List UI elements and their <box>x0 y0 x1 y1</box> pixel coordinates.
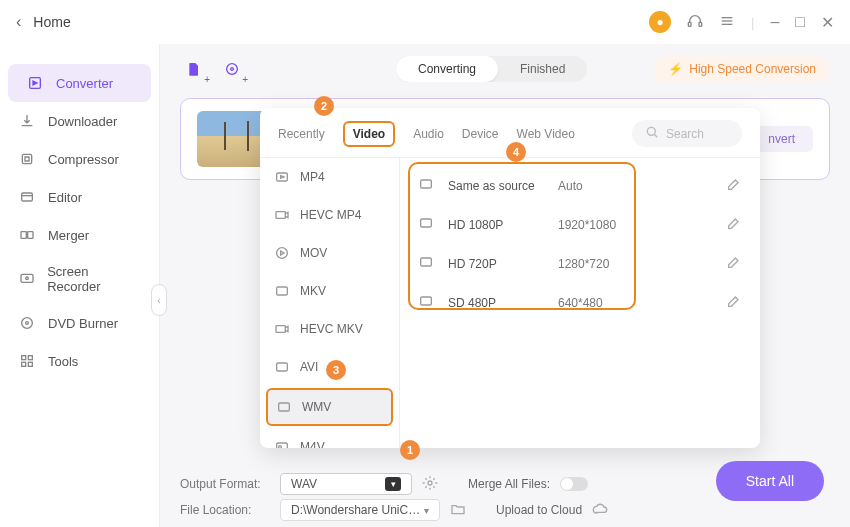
svg-rect-15 <box>28 356 32 360</box>
menu-icon[interactable] <box>719 13 735 32</box>
video-icon <box>274 283 290 299</box>
edit-icon[interactable] <box>726 176 742 195</box>
search-icon <box>644 124 660 143</box>
format-mp4[interactable]: MP4 <box>260 158 399 196</box>
chevron-down-icon: ▾ <box>424 505 429 516</box>
popup-tab-device[interactable]: Device <box>462 127 499 141</box>
marker-2: 2 <box>314 96 334 116</box>
bottom-bar: Output Format: WAV ▾ Merge All Files: Fi… <box>160 463 850 527</box>
edit-icon[interactable] <box>726 293 742 312</box>
tab-finished[interactable]: Finished <box>498 56 587 82</box>
video-icon <box>274 169 290 185</box>
sidebar-item-screen-recorder[interactable]: Screen Recorder <box>0 254 159 304</box>
format-list: MP4 HEVC MP4 MOV MKV HEVC MKV AVI WMV M4… <box>260 158 400 448</box>
format-hevc-mkv[interactable]: HEVC MKV <box>260 310 399 348</box>
sidebar-item-tools[interactable]: Tools <box>0 342 159 380</box>
format-search[interactable]: Search <box>632 120 742 147</box>
merger-icon <box>18 226 36 244</box>
output-format-select[interactable]: WAV ▾ <box>280 473 412 495</box>
high-speed-label: High Speed Conversion <box>689 62 816 76</box>
tools-icon <box>18 352 36 370</box>
file-location-select[interactable]: D:\Wondershare UniConverter 1 ▾ <box>280 499 440 521</box>
dvd-burner-icon <box>18 314 36 332</box>
sidebar-item-converter[interactable]: Converter <box>8 64 151 102</box>
svg-point-11 <box>25 277 28 280</box>
sidebar-item-label: Converter <box>56 76 113 91</box>
sidebar-item-label: Screen Recorder <box>47 264 141 294</box>
sidebar-item-merger[interactable]: Merger <box>0 216 159 254</box>
headset-icon[interactable] <box>687 13 703 32</box>
divider: | <box>751 15 754 30</box>
svg-point-22 <box>647 127 655 135</box>
sidebar-item-label: Downloader <box>48 114 117 129</box>
resolution-720p[interactable]: HD 720P 1280*720 <box>418 244 742 283</box>
sidebar-item-label: Tools <box>48 354 78 369</box>
popup-tab-video[interactable]: Video <box>343 121 395 147</box>
svg-rect-16 <box>22 362 26 366</box>
format-m4v[interactable]: M4V <box>260 428 399 448</box>
compressor-icon <box>18 150 36 168</box>
tab-converting[interactable]: Converting <box>396 56 498 82</box>
popup-tab-audio[interactable]: Audio <box>413 127 444 141</box>
screen-recorder-icon <box>18 270 35 288</box>
format-wmv[interactable]: WMV <box>266 388 393 426</box>
video-icon <box>274 359 290 375</box>
svg-point-36 <box>428 481 432 485</box>
popup-tab-webvideo[interactable]: Web Video <box>517 127 575 141</box>
back-icon[interactable]: ‹ <box>16 13 21 31</box>
resolution-1080p[interactable]: HD 1080P 1920*1080 <box>418 205 742 244</box>
edit-icon[interactable] <box>726 215 742 234</box>
sidebar-item-label: DVD Burner <box>48 316 118 331</box>
add-dvd-icon[interactable]: + <box>218 55 246 83</box>
video-icon <box>274 245 290 261</box>
titlebar: ‹ Home ● | – □ ✕ <box>0 0 850 44</box>
svg-rect-32 <box>421 180 432 188</box>
format-mov[interactable]: MOV <box>260 234 399 272</box>
format-hevc-mp4[interactable]: HEVC MP4 <box>260 196 399 234</box>
marker-3: 3 <box>326 360 346 380</box>
svg-rect-33 <box>421 219 432 227</box>
sidebar: Converter Downloader Compressor Editor M… <box>0 44 160 527</box>
svg-rect-9 <box>28 232 33 239</box>
sidebar-item-editor[interactable]: Editor <box>0 178 159 216</box>
svg-rect-7 <box>22 193 33 201</box>
search-placeholder: Search <box>666 127 704 141</box>
cloud-icon[interactable] <box>592 501 608 520</box>
minimize-button[interactable]: – <box>770 13 779 31</box>
marker-4: 4 <box>506 142 526 162</box>
sidebar-item-compressor[interactable]: Compressor <box>0 140 159 178</box>
resolution-480p[interactable]: SD 480P 640*480 <box>418 283 742 322</box>
svg-rect-35 <box>421 297 432 305</box>
edit-icon[interactable] <box>726 254 742 273</box>
svg-point-31 <box>279 446 282 448</box>
resolution-same-as-source[interactable]: Same as source Auto <box>418 166 742 205</box>
high-speed-badge[interactable]: ⚡ High Speed Conversion <box>654 56 830 82</box>
add-file-icon[interactable]: + <box>180 55 208 83</box>
downloader-icon <box>18 112 36 130</box>
folder-icon[interactable] <box>450 501 466 520</box>
svg-rect-34 <box>421 258 432 266</box>
bolt-icon: ⚡ <box>668 62 683 76</box>
maximize-button[interactable]: □ <box>795 13 805 31</box>
svg-point-13 <box>26 322 29 325</box>
resolution-icon <box>418 215 438 234</box>
settings-icon[interactable] <box>422 475 438 494</box>
resolution-icon <box>418 293 438 312</box>
sidebar-item-label: Editor <box>48 190 82 205</box>
format-mkv[interactable]: MKV <box>260 272 399 310</box>
file-location-label: File Location: <box>180 503 270 517</box>
svg-rect-1 <box>699 22 702 26</box>
upload-cloud-label: Upload to Cloud <box>496 503 582 517</box>
start-all-button[interactable]: Start All <box>716 461 824 501</box>
sidebar-item-dvd-burner[interactable]: DVD Burner <box>0 304 159 342</box>
video-icon <box>274 207 290 223</box>
merge-toggle[interactable] <box>560 477 588 491</box>
popup-tab-recently[interactable]: Recently <box>278 127 325 141</box>
avatar[interactable]: ● <box>649 11 671 33</box>
close-button[interactable]: ✕ <box>821 13 834 32</box>
svg-rect-8 <box>21 232 26 239</box>
video-icon <box>274 321 290 337</box>
sidebar-item-downloader[interactable]: Downloader <box>0 102 159 140</box>
svg-rect-17 <box>28 362 32 366</box>
output-format-label: Output Format: <box>180 477 270 491</box>
